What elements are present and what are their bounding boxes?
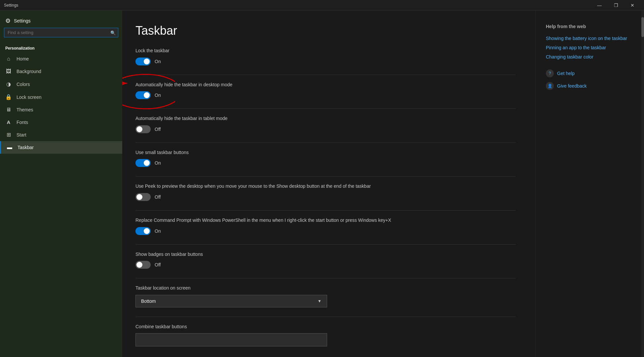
lock-taskbar-label: Lock the taskbar xyxy=(135,48,516,54)
divider-5 xyxy=(135,210,516,211)
auto-hide-tablet-toggle-row: Off xyxy=(135,125,516,133)
powershell-label: Replace Command Prompt with Windows Powe… xyxy=(135,217,516,224)
setting-auto-hide-tablet: Automatically hide the taskbar in tablet… xyxy=(135,115,516,133)
combine-dropdown-container xyxy=(135,333,516,346)
divider-3 xyxy=(135,142,516,143)
divider-4 xyxy=(135,176,516,177)
sidebar-item-label-colors: Colors xyxy=(17,82,30,87)
sidebar-item-label-themes: Themes xyxy=(17,107,33,112)
divider-7 xyxy=(135,278,516,278)
sidebar-item-start[interactable]: ⊞ Start xyxy=(0,128,122,141)
dropdown-chevron-icon: ▼ xyxy=(318,299,322,303)
sidebar-item-colors[interactable]: ◑ Colors xyxy=(0,78,122,91)
setting-badges: Show badges on taskbar buttons Off xyxy=(135,251,516,269)
minimize-button[interactable]: — xyxy=(592,0,607,11)
get-help-action[interactable]: ? Get help xyxy=(546,69,631,77)
taskbar-location-label: Taskbar location on screen xyxy=(135,285,516,292)
fonts-icon: A xyxy=(5,119,12,125)
themes-icon: 🖥 xyxy=(5,107,12,113)
powershell-toggle-row: On xyxy=(135,227,516,235)
small-buttons-toggle-row: On xyxy=(135,159,516,167)
search-input[interactable] xyxy=(4,28,118,37)
background-icon: 🖼 xyxy=(5,68,12,74)
divider-8 xyxy=(135,317,516,317)
auto-hide-desktop-toggle-row: On xyxy=(135,91,516,99)
combine-dropdown[interactable] xyxy=(135,333,327,346)
sidebar-item-fonts[interactable]: A Fonts xyxy=(0,116,122,128)
badges-toggle[interactable] xyxy=(135,261,151,269)
auto-hide-tablet-toggle[interactable] xyxy=(135,125,151,133)
get-help-label: Get help xyxy=(557,71,575,76)
home-icon: ⌂ xyxy=(5,56,12,62)
combine-label: Combine taskbar buttons xyxy=(135,324,516,330)
small-buttons-toggle[interactable] xyxy=(135,159,151,167)
sidebar-item-label-taskbar: Taskbar xyxy=(18,145,34,150)
peek-toggle[interactable] xyxy=(135,193,151,201)
lock-taskbar-toggle[interactable] xyxy=(135,58,151,65)
give-feedback-action[interactable]: 👤 Give feedback xyxy=(546,82,631,90)
colors-icon: ◑ xyxy=(5,81,12,87)
give-feedback-label: Give feedback xyxy=(557,83,587,89)
sidebar-item-home[interactable]: ⌂ Home xyxy=(0,53,122,65)
divider-2 xyxy=(135,108,516,109)
small-buttons-label: Use small taskbar buttons xyxy=(135,149,516,156)
close-button[interactable]: ✕ xyxy=(625,0,640,11)
search-icon: 🔍 xyxy=(110,30,116,35)
help-link-color[interactable]: Changing taskbar color xyxy=(546,54,631,60)
content-wrapper: Taskbar Lock the taskbar On Automaticall… xyxy=(122,11,644,357)
lock-taskbar-toggle-row: On xyxy=(135,58,516,65)
peek-label: Use Peek to preview the desktop when you… xyxy=(135,183,516,190)
sidebar-item-lock-screen[interactable]: 🔒 Lock screen xyxy=(0,91,122,103)
search-box: 🔍 xyxy=(4,28,118,37)
scrollbar-track[interactable] xyxy=(641,11,644,357)
give-feedback-icon: 👤 xyxy=(546,82,554,90)
help-title: Help from the web xyxy=(546,24,631,29)
titlebar-controls: — ❐ ✕ xyxy=(592,0,640,11)
help-panel: Help from the web Showing the battery ic… xyxy=(536,11,641,357)
peek-toggle-row: Off xyxy=(135,193,516,201)
sidebar-title: Settings xyxy=(14,18,31,23)
maximize-button[interactable]: ❐ xyxy=(608,0,624,11)
sidebar-item-label-background: Background xyxy=(17,69,41,74)
taskbar-location-dropdown-container: Bottom ▼ xyxy=(135,295,516,307)
sidebar-item-themes[interactable]: 🖥 Themes xyxy=(0,103,122,116)
scrollbar-thumb[interactable] xyxy=(641,17,644,37)
sidebar-item-label-start: Start xyxy=(17,132,26,138)
lock-screen-icon: 🔒 xyxy=(5,94,12,100)
setting-small-buttons: Use small taskbar buttons On xyxy=(135,149,516,167)
sidebar-item-taskbar[interactable]: ▬ Taskbar xyxy=(0,141,122,154)
titlebar: Settings — ❐ ✕ xyxy=(0,0,644,11)
sidebar-header: ⚙ Settings xyxy=(0,11,122,28)
powershell-state: On xyxy=(155,228,161,234)
taskbar-location-value: Bottom xyxy=(141,298,156,304)
main-content: Taskbar Lock the taskbar On Automaticall… xyxy=(122,11,536,357)
sidebar-item-label-fonts: Fonts xyxy=(17,120,28,125)
lock-taskbar-state: On xyxy=(155,59,161,64)
get-help-icon: ? xyxy=(546,69,554,77)
auto-hide-desktop-state: On xyxy=(155,93,161,98)
peek-state: Off xyxy=(155,194,161,200)
sidebar-item-label-home: Home xyxy=(17,56,29,61)
titlebar-title: Settings xyxy=(4,3,18,8)
powershell-toggle[interactable] xyxy=(135,227,151,235)
setting-lock-taskbar: Lock the taskbar On xyxy=(135,48,516,65)
badges-label: Show badges on taskbar buttons xyxy=(135,251,516,258)
auto-hide-desktop-label: Automatically hide the taskbar in deskto… xyxy=(135,82,516,88)
small-buttons-state: On xyxy=(155,160,161,166)
badges-state: Off xyxy=(155,262,161,267)
help-link-pinning[interactable]: Pinning an app to the taskbar xyxy=(546,45,631,50)
sidebar-item-label-lock-screen: Lock screen xyxy=(17,95,41,100)
page-title: Taskbar xyxy=(135,24,516,38)
setting-auto-hide-desktop: Automatically hide the taskbar in deskto… xyxy=(135,82,516,99)
auto-hide-tablet-state: Off xyxy=(155,127,161,132)
help-actions: ? Get help 👤 Give feedback xyxy=(546,69,631,90)
setting-combine: Combine taskbar buttons xyxy=(135,324,516,347)
sidebar-item-background[interactable]: 🖼 Background xyxy=(0,65,122,78)
settings-icon: ⚙ xyxy=(5,17,11,24)
setting-powershell: Replace Command Prompt with Windows Powe… xyxy=(135,217,516,235)
help-link-battery[interactable]: Showing the battery icon on the taskbar xyxy=(546,36,631,41)
badges-toggle-row: Off xyxy=(135,261,516,269)
auto-hide-desktop-toggle[interactable] xyxy=(135,91,151,99)
taskbar-location-dropdown[interactable]: Bottom ▼ xyxy=(135,295,327,307)
start-icon: ⊞ xyxy=(5,132,12,138)
